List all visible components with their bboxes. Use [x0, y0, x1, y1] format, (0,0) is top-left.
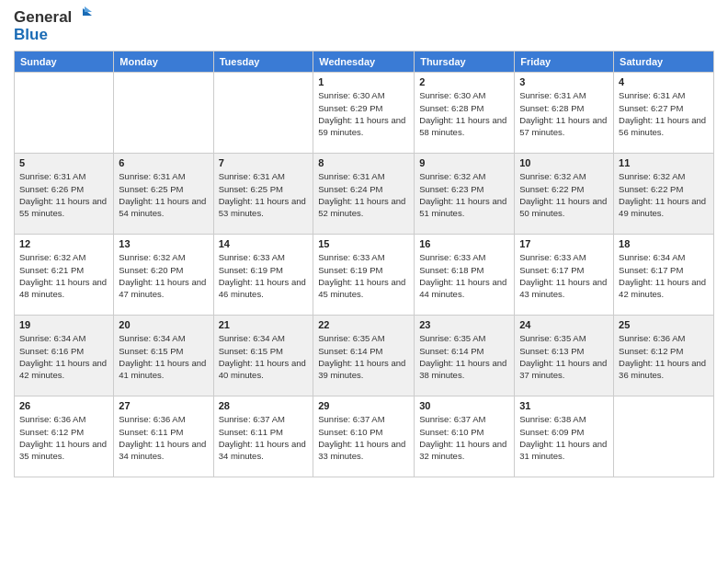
day-info: Sunrise: 6:31 AM Sunset: 6:27 PM Dayligh… — [619, 89, 709, 138]
day-number: 15 — [318, 238, 409, 249]
day-number: 17 — [519, 238, 609, 249]
day-number: 20 — [119, 319, 208, 330]
day-number: 22 — [318, 319, 409, 330]
day-info: Sunrise: 6:31 AM Sunset: 6:28 PM Dayligh… — [519, 89, 609, 138]
day-info: Sunrise: 6:33 AM Sunset: 6:17 PM Dayligh… — [519, 251, 609, 300]
day-info: Sunrise: 6:34 AM Sunset: 6:16 PM Dayligh… — [19, 332, 108, 381]
weekday-header: Saturday — [614, 52, 714, 73]
day-number: 29 — [318, 400, 409, 411]
calendar-cell: 8Sunrise: 6:31 AM Sunset: 6:24 PM Daylig… — [313, 154, 415, 235]
calendar-cell: 6Sunrise: 6:31 AM Sunset: 6:25 PM Daylig… — [114, 154, 213, 235]
logo-container: General Blue — [14, 9, 92, 43]
calendar-cell: 12Sunrise: 6:32 AM Sunset: 6:21 PM Dayli… — [15, 235, 114, 316]
weekday-header: Monday — [114, 52, 213, 73]
weekday-header: Friday — [515, 52, 614, 73]
calendar-cell: 17Sunrise: 6:33 AM Sunset: 6:17 PM Dayli… — [515, 235, 614, 316]
day-number: 3 — [519, 76, 609, 87]
calendar-week-row: 1Sunrise: 6:30 AM Sunset: 6:29 PM Daylig… — [15, 73, 714, 154]
day-info: Sunrise: 6:37 AM Sunset: 6:10 PM Dayligh… — [419, 413, 509, 462]
day-number: 4 — [619, 76, 709, 87]
day-info: Sunrise: 6:30 AM Sunset: 6:28 PM Dayligh… — [419, 89, 509, 138]
day-number: 21 — [219, 319, 309, 330]
logo-general-text: General — [14, 9, 72, 27]
day-info: Sunrise: 6:31 AM Sunset: 6:25 PM Dayligh… — [219, 170, 309, 219]
logo: General Blue — [14, 9, 92, 43]
day-number: 14 — [219, 238, 309, 249]
calendar-cell: 14Sunrise: 6:33 AM Sunset: 6:19 PM Dayli… — [213, 235, 313, 316]
day-info: Sunrise: 6:32 AM Sunset: 6:22 PM Dayligh… — [619, 170, 709, 219]
calendar-cell — [15, 73, 114, 154]
day-info: Sunrise: 6:32 AM Sunset: 6:22 PM Dayligh… — [519, 170, 609, 219]
day-number: 16 — [419, 238, 509, 249]
day-info: Sunrise: 6:34 AM Sunset: 6:17 PM Dayligh… — [619, 251, 709, 300]
day-info: Sunrise: 6:31 AM Sunset: 6:24 PM Dayligh… — [318, 170, 409, 219]
calendar-cell: 23Sunrise: 6:35 AM Sunset: 6:14 PM Dayli… — [415, 316, 515, 396]
weekday-header: Tuesday — [213, 52, 313, 73]
calendar-cell: 24Sunrise: 6:35 AM Sunset: 6:13 PM Dayli… — [515, 316, 614, 396]
calendar-cell: 10Sunrise: 6:32 AM Sunset: 6:22 PM Dayli… — [515, 154, 614, 235]
day-number: 27 — [119, 400, 208, 411]
day-info: Sunrise: 6:36 AM Sunset: 6:12 PM Dayligh… — [19, 413, 108, 462]
day-number: 31 — [519, 400, 609, 411]
day-number: 25 — [619, 319, 709, 330]
calendar-cell: 21Sunrise: 6:34 AM Sunset: 6:15 PM Dayli… — [213, 316, 313, 396]
calendar-cell: 3Sunrise: 6:31 AM Sunset: 6:28 PM Daylig… — [515, 73, 614, 154]
calendar-cell: 9Sunrise: 6:32 AM Sunset: 6:23 PM Daylig… — [415, 154, 515, 235]
logo-blue-text: Blue — [14, 27, 48, 44]
day-info: Sunrise: 6:32 AM Sunset: 6:21 PM Dayligh… — [19, 251, 108, 300]
calendar-cell: 2Sunrise: 6:30 AM Sunset: 6:28 PM Daylig… — [415, 73, 515, 154]
calendar-cell: 1Sunrise: 6:30 AM Sunset: 6:29 PM Daylig… — [313, 73, 415, 154]
day-info: Sunrise: 6:32 AM Sunset: 6:20 PM Dayligh… — [119, 251, 208, 300]
weekday-header: Sunday — [15, 52, 114, 73]
calendar-cell — [213, 73, 313, 154]
day-number: 18 — [619, 238, 709, 249]
svg-marker-1 — [85, 6, 92, 12]
calendar-week-row: 26Sunrise: 6:36 AM Sunset: 6:12 PM Dayli… — [15, 396, 714, 477]
day-number: 19 — [19, 319, 108, 330]
calendar-cell: 19Sunrise: 6:34 AM Sunset: 6:16 PM Dayli… — [15, 316, 114, 396]
page: General Blue SundayMondayTuesdayWednesda… — [0, 0, 728, 563]
day-info: Sunrise: 6:33 AM Sunset: 6:18 PM Dayligh… — [419, 251, 509, 300]
day-info: Sunrise: 6:36 AM Sunset: 6:12 PM Dayligh… — [619, 332, 709, 381]
logo-bird-icon — [74, 6, 92, 25]
day-info: Sunrise: 6:35 AM Sunset: 6:13 PM Dayligh… — [519, 332, 609, 381]
day-info: Sunrise: 6:33 AM Sunset: 6:19 PM Dayligh… — [318, 251, 409, 300]
weekday-header: Thursday — [415, 52, 515, 73]
calendar-cell: 16Sunrise: 6:33 AM Sunset: 6:18 PM Dayli… — [415, 235, 515, 316]
logo-top: General — [14, 9, 92, 27]
day-number: 24 — [519, 319, 609, 330]
calendar-week-row: 5Sunrise: 6:31 AM Sunset: 6:26 PM Daylig… — [15, 154, 714, 235]
day-info: Sunrise: 6:38 AM Sunset: 6:09 PM Dayligh… — [519, 413, 609, 462]
day-number: 30 — [419, 400, 509, 411]
calendar-cell: 22Sunrise: 6:35 AM Sunset: 6:14 PM Dayli… — [313, 316, 415, 396]
day-info: Sunrise: 6:36 AM Sunset: 6:11 PM Dayligh… — [119, 413, 208, 462]
calendar-week-row: 19Sunrise: 6:34 AM Sunset: 6:16 PM Dayli… — [15, 316, 714, 396]
day-number: 26 — [19, 400, 108, 411]
day-number: 28 — [219, 400, 309, 411]
weekday-header: Wednesday — [313, 52, 415, 73]
day-info: Sunrise: 6:34 AM Sunset: 6:15 PM Dayligh… — [219, 332, 309, 381]
header: General Blue — [14, 9, 714, 43]
calendar-cell: 4Sunrise: 6:31 AM Sunset: 6:27 PM Daylig… — [614, 73, 714, 154]
day-number: 5 — [19, 157, 108, 168]
calendar-cell: 27Sunrise: 6:36 AM Sunset: 6:11 PM Dayli… — [114, 396, 213, 477]
day-info: Sunrise: 6:32 AM Sunset: 6:23 PM Dayligh… — [419, 170, 509, 219]
day-number: 7 — [219, 157, 309, 168]
day-number: 10 — [519, 157, 609, 168]
calendar-cell: 7Sunrise: 6:31 AM Sunset: 6:25 PM Daylig… — [213, 154, 313, 235]
day-number: 2 — [419, 76, 509, 87]
day-info: Sunrise: 6:37 AM Sunset: 6:10 PM Dayligh… — [318, 413, 409, 462]
calendar-cell: 13Sunrise: 6:32 AM Sunset: 6:20 PM Dayli… — [114, 235, 213, 316]
calendar-cell: 30Sunrise: 6:37 AM Sunset: 6:10 PM Dayli… — [415, 396, 515, 477]
day-number: 6 — [119, 157, 208, 168]
calendar-cell: 11Sunrise: 6:32 AM Sunset: 6:22 PM Dayli… — [614, 154, 714, 235]
day-number: 8 — [318, 157, 409, 168]
day-number: 1 — [318, 76, 409, 87]
calendar-cell: 5Sunrise: 6:31 AM Sunset: 6:26 PM Daylig… — [15, 154, 114, 235]
day-info: Sunrise: 6:31 AM Sunset: 6:25 PM Dayligh… — [119, 170, 208, 219]
calendar-header-row: SundayMondayTuesdayWednesdayThursdayFrid… — [15, 52, 714, 73]
day-number: 12 — [19, 238, 108, 249]
calendar-cell: 31Sunrise: 6:38 AM Sunset: 6:09 PM Dayli… — [515, 396, 614, 477]
day-number: 11 — [619, 157, 709, 168]
calendar-cell: 25Sunrise: 6:36 AM Sunset: 6:12 PM Dayli… — [614, 316, 714, 396]
